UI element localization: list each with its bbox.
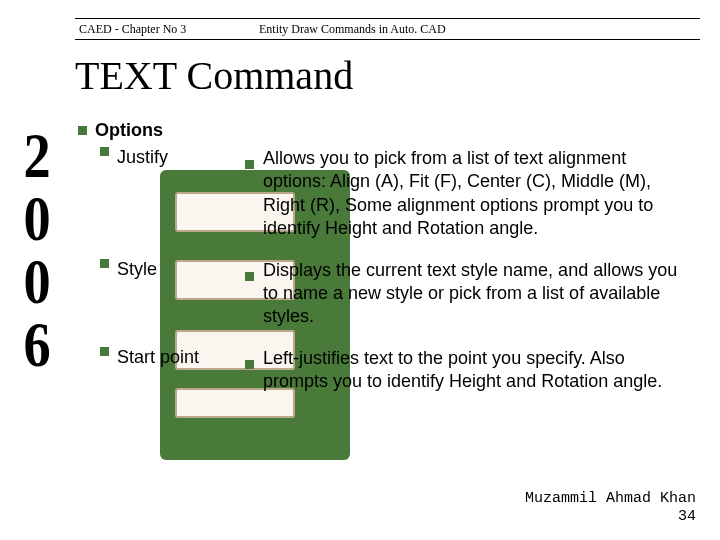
footer-author: Muzammil Ahmad Khan [525,490,696,508]
option-name: Start point [117,347,199,368]
option-item: Start point Left-justifies text to the p… [100,347,690,394]
bullet-icon [245,360,254,369]
header-band: CAED - Chapter No 3 Entity Draw Commands… [75,18,700,40]
option-desc-cell: Displays the current text style name, an… [245,259,690,329]
option-desc: Left-justifies text to the point you spe… [263,347,690,394]
bullet-icon [78,126,87,135]
footer: Muzammil Ahmad Khan 34 [525,490,696,526]
option-desc-cell: Allows you to pick from a list of text a… [245,147,690,241]
footer-page: 34 [525,508,696,526]
options-label: Options [95,120,163,140]
bullet-icon [100,147,109,156]
option-desc-cell: Left-justifies text to the point you spe… [245,347,690,394]
option-desc: Displays the current text style name, an… [263,259,690,329]
header-left: CAED - Chapter No 3 [75,22,255,37]
page-title: TEXT Command [75,52,353,99]
option-name: Justify [117,147,168,168]
option-item: Style Displays the current text style na… [100,259,690,329]
options-heading: Options [78,120,690,141]
option-name-cell: Start point [100,347,245,394]
bullet-icon [245,160,254,169]
bullet-icon [100,259,109,268]
option-name: Style [117,259,157,280]
bullet-icon [100,347,109,356]
option-name-cell: Style [100,259,245,329]
header-right: Entity Draw Commands in Auto. CAD [255,22,446,37]
option-desc: Allows you to pick from a list of text a… [263,147,690,241]
option-name-cell: Justify [100,147,245,241]
content-area: Options Justify Allows you to pick from … [78,120,690,412]
side-year: 2006 [12,120,61,372]
option-item: Justify Allows you to pick from a list o… [100,147,690,241]
bullet-icon [245,272,254,281]
